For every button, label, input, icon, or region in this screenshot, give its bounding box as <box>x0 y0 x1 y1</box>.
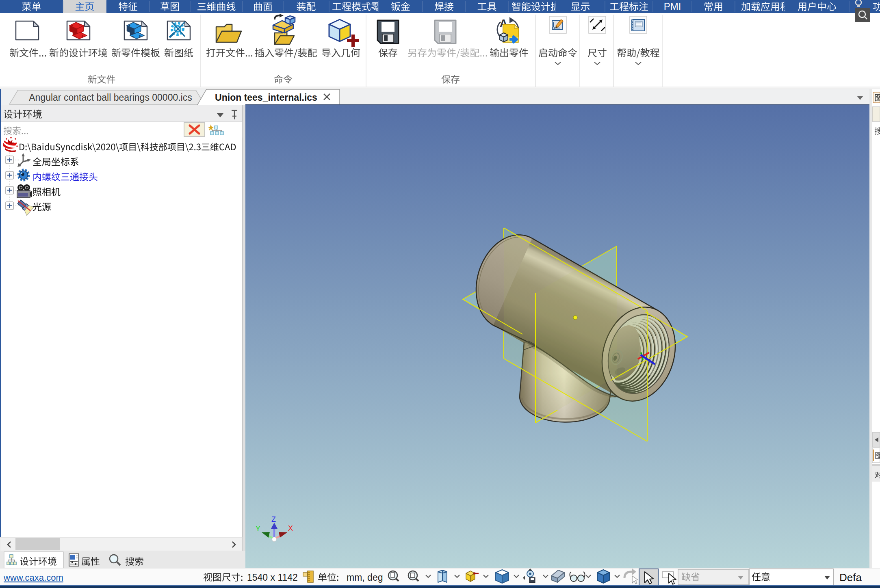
svg-text:Angular contact ball bearings: Angular contact ball bearings 00000.ics <box>29 92 192 103</box>
svg-text:mm, deg: mm, deg <box>347 572 383 583</box>
svg-text:X: X <box>288 524 293 532</box>
svg-text:www.caxa.com: www.caxa.com <box>3 573 63 583</box>
svg-text:Y: Y <box>256 525 260 533</box>
svg-text:Union tees_internal.ics: Union tees_internal.ics <box>215 92 317 103</box>
svg-text:Z: Z <box>271 515 276 523</box>
svg-text:1540 x 1142: 1540 x 1142 <box>247 572 298 583</box>
svg-text:Defa: Defa <box>839 571 862 584</box>
svg-text:PMI: PMI <box>664 1 681 12</box>
